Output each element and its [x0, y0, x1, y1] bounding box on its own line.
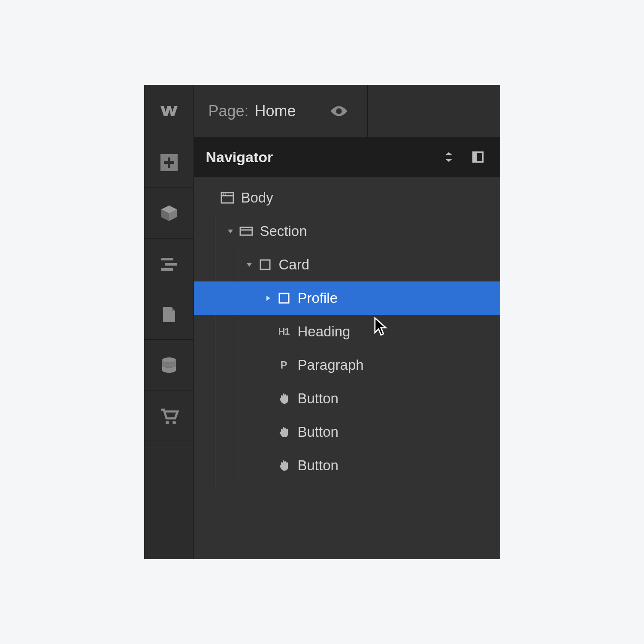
top-bar: Page: Home	[194, 85, 500, 137]
svg-point-14	[223, 194, 224, 195]
tree-label: Card	[279, 257, 310, 273]
eye-icon	[329, 101, 349, 121]
left-icon-sidebar	[144, 85, 194, 559]
page-icon	[159, 304, 179, 325]
svg-rect-11	[473, 152, 477, 162]
tree-row-button1[interactable]: Button	[194, 382, 500, 415]
sidebar-cms[interactable]	[144, 340, 194, 390]
svg-point-6	[162, 357, 176, 363]
tree-label: Section	[260, 223, 307, 239]
svg-rect-2	[164, 161, 174, 164]
tree-label: Heading	[298, 324, 351, 340]
box-icon	[257, 258, 274, 271]
logo-webflow[interactable]	[144, 85, 194, 137]
tree-row-profile[interactable]: Profile	[194, 281, 500, 315]
svg-point-8	[172, 421, 176, 424]
navigator-icon	[159, 254, 179, 274]
plus-box-icon	[159, 152, 179, 173]
page-selector[interactable]: Page: Home	[194, 85, 311, 137]
cart-icon	[159, 405, 179, 426]
panel-dock-button[interactable]	[468, 147, 488, 167]
tree-label: Profile	[298, 290, 338, 306]
p-icon: P	[275, 359, 293, 371]
webflow-logo-icon	[159, 101, 179, 121]
svg-point-15	[224, 194, 226, 195]
navigator-title: Navigator	[206, 149, 430, 166]
hand-icon	[275, 426, 293, 438]
svg-rect-16	[240, 227, 252, 235]
hand-icon	[275, 459, 293, 472]
database-icon	[159, 355, 179, 375]
sidebar-ecommerce[interactable]	[144, 390, 194, 441]
sidebar-add[interactable]	[144, 137, 194, 188]
sidebar-pages[interactable]	[144, 289, 194, 340]
chevron-down-icon[interactable]	[226, 228, 235, 235]
hand-icon	[275, 392, 293, 405]
navigator-tree: BodySectionCardProfileH1HeadingPParagrap…	[194, 177, 500, 559]
tree-row-heading[interactable]: H1Heading	[194, 315, 500, 348]
tree-label: Button	[298, 424, 339, 440]
tree-label: Button	[298, 390, 339, 407]
tree-row-card[interactable]: Card	[194, 248, 500, 281]
svg-rect-18	[260, 260, 270, 269]
navigator-header: Navigator	[194, 137, 500, 177]
box-icon	[275, 292, 293, 305]
preview-toggle[interactable]	[311, 85, 368, 137]
tree-label: Button	[298, 457, 339, 474]
tree-row-button3[interactable]: Button	[194, 449, 500, 482]
tree-row-body[interactable]: Body	[194, 181, 500, 215]
designer-panel: Page: Home Navigator BodySectionCardProf…	[144, 85, 500, 559]
cube-icon	[159, 203, 179, 224]
svg-rect-5	[161, 268, 173, 271]
svg-point-7	[166, 421, 169, 424]
page-label: Page:	[209, 102, 249, 120]
tree-label: Paragraph	[298, 357, 364, 373]
browser-icon	[219, 190, 236, 205]
svg-rect-4	[165, 263, 177, 266]
main-column: Page: Home Navigator BodySectionCardProf…	[194, 85, 500, 559]
svg-point-9	[336, 108, 342, 114]
collapse-all-button[interactable]	[438, 147, 459, 167]
chevron-down-icon[interactable]	[245, 261, 254, 268]
chevron-right-icon[interactable]	[263, 295, 273, 302]
sidebar-symbols[interactable]	[144, 188, 194, 239]
tree-label: Body	[241, 190, 273, 206]
collapse-icon	[441, 150, 456, 164]
panel-icon	[471, 150, 485, 164]
tree-row-paragraph[interactable]: PParagraph	[194, 348, 500, 382]
sidebar-navigator[interactable]	[144, 239, 194, 289]
section-icon	[238, 224, 255, 239]
tree-row-button2[interactable]: Button	[194, 415, 500, 449]
tree-row-section[interactable]: Section	[194, 215, 500, 248]
svg-rect-19	[279, 293, 289, 303]
h1-icon: H1	[275, 326, 293, 337]
page-name: Home	[255, 102, 296, 120]
svg-rect-3	[161, 258, 173, 260]
